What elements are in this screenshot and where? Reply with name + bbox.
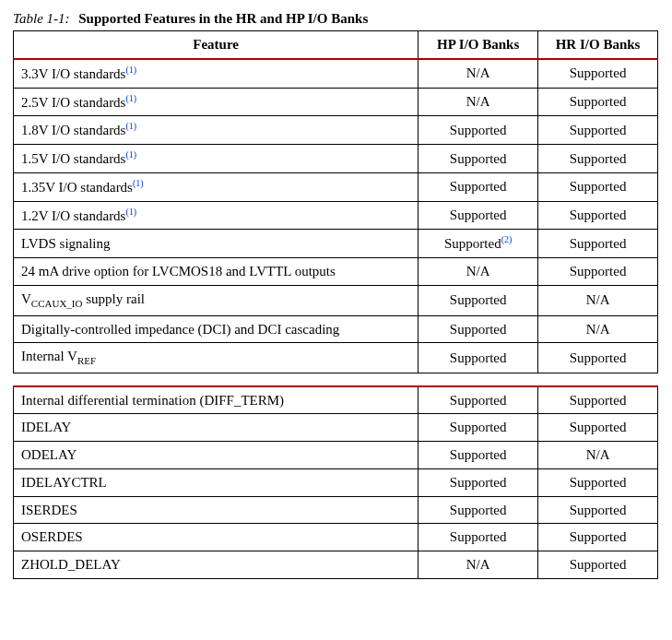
- table-gap: [14, 373, 658, 386]
- feature-cell: 2.5V I/O standards(1): [14, 88, 419, 116]
- footnote-ref: (2): [501, 234, 513, 244]
- hp-cell: N/A: [419, 88, 538, 116]
- hr-cell: N/A: [538, 315, 658, 343]
- table-body: 3.3V I/O standards(1)N/ASupported2.5V I/…: [14, 59, 658, 579]
- hp-cell: Supported: [419, 414, 538, 442]
- hr-cell: N/A: [538, 442, 658, 469]
- table-row: 2.5V I/O standards(1)N/ASupported: [14, 88, 658, 116]
- feature-cell: 1.8V I/O standards(1): [14, 116, 419, 145]
- hr-cell: Supported: [538, 201, 658, 230]
- hp-cell: Supported: [419, 116, 538, 145]
- hp-cell: N/A: [419, 551, 538, 579]
- hr-cell: Supported: [538, 172, 658, 201]
- footnote-ref: (1): [125, 65, 136, 75]
- table-label: Table 1-1:: [13, 11, 70, 26]
- hr-cell: Supported: [538, 496, 658, 524]
- feature-cell: OSERDES: [14, 524, 419, 551]
- feature-cell: ODELAY: [14, 442, 419, 469]
- table-row: VCCAUX_IO supply railSupportedN/A: [14, 285, 658, 315]
- feature-cell: 3.3V I/O standards(1): [14, 59, 419, 88]
- hp-cell: N/A: [419, 258, 538, 286]
- footnote-ref: (1): [125, 207, 136, 217]
- table-row: LVDS signalingSupported(2)Supported: [14, 230, 658, 258]
- feature-cell: LVDS signaling: [14, 230, 419, 258]
- hp-cell: Supported: [419, 343, 538, 373]
- feature-cell: IDELAY: [14, 414, 419, 442]
- table-title: Supported Features in the HR and HP I/O …: [78, 11, 368, 26]
- hr-cell: Supported: [538, 88, 658, 116]
- hp-cell: Supported: [419, 496, 538, 524]
- footnote-ref: (1): [125, 149, 136, 160]
- hp-cell: Supported: [419, 201, 538, 230]
- feature-cell: 1.35V I/O standards(1): [14, 172, 419, 201]
- feature-cell: Internal differential termination (DIFF_…: [14, 386, 419, 414]
- hp-cell: Supported(2): [419, 230, 538, 258]
- hp-cell: Supported: [419, 172, 538, 201]
- table-row: IDELAYCTRLSupportedSupported: [14, 468, 658, 496]
- hp-cell: N/A: [419, 59, 538, 88]
- table-row: Digitally-controlled impedance (DCI) and…: [14, 315, 658, 343]
- hp-cell: Supported: [419, 468, 538, 496]
- hr-cell: Supported: [538, 230, 658, 258]
- feature-cell: 24 mA drive option for LVCMOS18 and LVTT…: [14, 258, 419, 286]
- feature-table: Feature HP I/O Banks HR I/O Banks 3.3V I…: [13, 30, 658, 579]
- feature-cell: 1.2V I/O standards(1): [14, 201, 419, 230]
- table-row: 1.35V I/O standards(1)SupportedSupported: [14, 172, 658, 201]
- hp-cell: Supported: [419, 524, 538, 551]
- table-row: OSERDESSupportedSupported: [14, 524, 658, 551]
- hr-cell: Supported: [538, 524, 658, 551]
- feature-cell: ISERDES: [14, 496, 419, 524]
- hp-cell: Supported: [419, 285, 538, 315]
- hr-cell: Supported: [538, 258, 658, 286]
- feature-cell: IDELAYCTRL: [14, 468, 419, 496]
- hp-cell: Supported: [419, 386, 538, 414]
- hr-cell: Supported: [538, 386, 658, 414]
- table-row: 1.2V I/O standards(1)SupportedSupported: [14, 201, 658, 230]
- footnote-ref: (1): [125, 93, 136, 103]
- hr-cell: Supported: [538, 145, 658, 173]
- hp-cell: Supported: [419, 145, 538, 173]
- feature-cell: VCCAUX_IO supply rail: [14, 285, 419, 315]
- table-row: 24 mA drive option for LVCMOS18 and LVTT…: [14, 258, 658, 286]
- table-row: Internal VREFSupportedSupported: [14, 343, 658, 373]
- table-row: 1.8V I/O standards(1)SupportedSupported: [14, 116, 658, 145]
- table-row: ZHOLD_DELAYN/ASupported: [14, 551, 658, 579]
- col-header-feature: Feature: [14, 31, 419, 59]
- table-row: ISERDESSupportedSupported: [14, 496, 658, 524]
- table-caption: Table 1-1: Supported Features in the HR …: [13, 11, 663, 27]
- hr-cell: Supported: [538, 59, 658, 88]
- table-header-row: Feature HP I/O Banks HR I/O Banks: [14, 31, 658, 59]
- col-header-hr: HR I/O Banks: [538, 31, 658, 59]
- feature-cell: Internal VREF: [14, 343, 419, 373]
- hr-cell: Supported: [538, 414, 658, 442]
- col-header-hp: HP I/O Banks: [419, 31, 538, 59]
- hr-cell: N/A: [538, 285, 658, 315]
- footnote-ref: (1): [133, 178, 144, 188]
- table-row: Internal differential termination (DIFF_…: [14, 386, 658, 414]
- hr-cell: Supported: [538, 116, 658, 145]
- hp-cell: Supported: [419, 442, 538, 469]
- feature-cell: ZHOLD_DELAY: [14, 551, 419, 579]
- footnote-ref: (1): [125, 121, 136, 131]
- table-row: 3.3V I/O standards(1)N/ASupported: [14, 59, 658, 88]
- table-row: 1.5V I/O standards(1)SupportedSupported: [14, 145, 658, 173]
- hr-cell: Supported: [538, 551, 658, 579]
- hr-cell: Supported: [538, 468, 658, 496]
- feature-cell: 1.5V I/O standards(1): [14, 145, 419, 173]
- table-row: ODELAYSupportedN/A: [14, 442, 658, 469]
- table-row: IDELAYSupportedSupported: [14, 414, 658, 442]
- hp-cell: Supported: [419, 315, 538, 343]
- feature-cell: Digitally-controlled impedance (DCI) and…: [14, 315, 419, 343]
- hr-cell: Supported: [538, 343, 658, 373]
